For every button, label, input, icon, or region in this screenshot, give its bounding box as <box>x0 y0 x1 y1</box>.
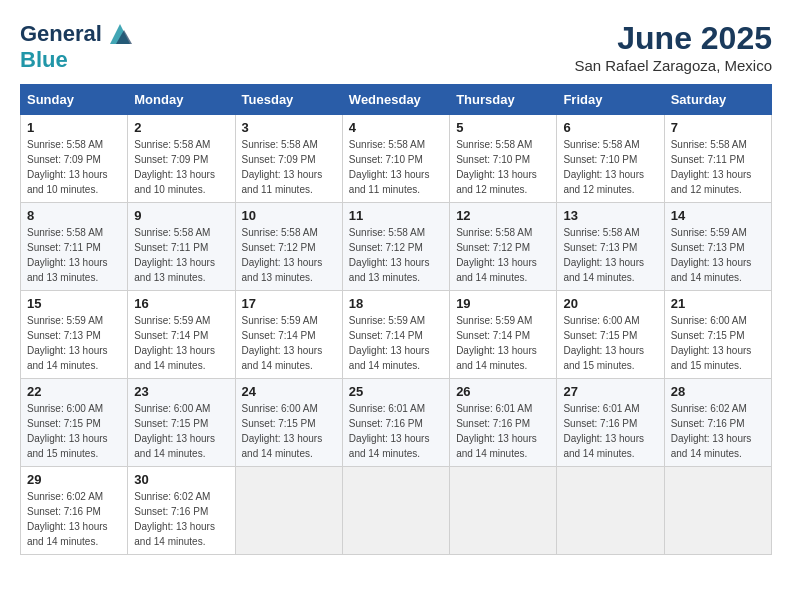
calendar-day-30: 30Sunrise: 6:02 AM Sunset: 7:16 PM Dayli… <box>128 467 235 555</box>
day-number: 30 <box>134 472 228 487</box>
calendar-day-21: 21Sunrise: 6:00 AM Sunset: 7:15 PM Dayli… <box>664 291 771 379</box>
day-info: Sunrise: 6:00 AM Sunset: 7:15 PM Dayligh… <box>242 401 336 461</box>
day-number: 8 <box>27 208 121 223</box>
calendar-day-7: 7Sunrise: 5:58 AM Sunset: 7:11 PM Daylig… <box>664 115 771 203</box>
calendar-day-11: 11Sunrise: 5:58 AM Sunset: 7:12 PM Dayli… <box>342 203 449 291</box>
day-info: Sunrise: 6:02 AM Sunset: 7:16 PM Dayligh… <box>134 489 228 549</box>
day-info: Sunrise: 5:58 AM Sunset: 7:09 PM Dayligh… <box>27 137 121 197</box>
day-info: Sunrise: 6:01 AM Sunset: 7:16 PM Dayligh… <box>349 401 443 461</box>
day-info: Sunrise: 5:58 AM Sunset: 7:12 PM Dayligh… <box>242 225 336 285</box>
day-number: 29 <box>27 472 121 487</box>
day-info: Sunrise: 5:58 AM Sunset: 7:09 PM Dayligh… <box>134 137 228 197</box>
calendar-day-15: 15Sunrise: 5:59 AM Sunset: 7:13 PM Dayli… <box>21 291 128 379</box>
calendar-day-22: 22Sunrise: 6:00 AM Sunset: 7:15 PM Dayli… <box>21 379 128 467</box>
day-number: 1 <box>27 120 121 135</box>
day-number: 21 <box>671 296 765 311</box>
day-header-tuesday: Tuesday <box>235 85 342 115</box>
day-info: Sunrise: 5:59 AM Sunset: 7:13 PM Dayligh… <box>671 225 765 285</box>
calendar-day-29: 29Sunrise: 6:02 AM Sunset: 7:16 PM Dayli… <box>21 467 128 555</box>
day-number: 12 <box>456 208 550 223</box>
calendar-week-row: 1Sunrise: 5:58 AM Sunset: 7:09 PM Daylig… <box>21 115 772 203</box>
logo: General Blue <box>20 20 134 72</box>
day-info: Sunrise: 5:58 AM Sunset: 7:13 PM Dayligh… <box>563 225 657 285</box>
calendar-day-17: 17Sunrise: 5:59 AM Sunset: 7:14 PM Dayli… <box>235 291 342 379</box>
calendar-week-row: 15Sunrise: 5:59 AM Sunset: 7:13 PM Dayli… <box>21 291 772 379</box>
calendar-day-14: 14Sunrise: 5:59 AM Sunset: 7:13 PM Dayli… <box>664 203 771 291</box>
day-info: Sunrise: 6:02 AM Sunset: 7:16 PM Dayligh… <box>671 401 765 461</box>
day-info: Sunrise: 5:59 AM Sunset: 7:14 PM Dayligh… <box>349 313 443 373</box>
day-info: Sunrise: 5:58 AM Sunset: 7:11 PM Dayligh… <box>671 137 765 197</box>
calendar-day-19: 19Sunrise: 5:59 AM Sunset: 7:14 PM Dayli… <box>450 291 557 379</box>
calendar-table: SundayMondayTuesdayWednesdayThursdayFrid… <box>20 84 772 555</box>
day-number: 20 <box>563 296 657 311</box>
day-info: Sunrise: 5:59 AM Sunset: 7:14 PM Dayligh… <box>242 313 336 373</box>
logo-text: General <box>20 22 102 46</box>
day-header-saturday: Saturday <box>664 85 771 115</box>
day-number: 3 <box>242 120 336 135</box>
day-number: 24 <box>242 384 336 399</box>
day-info: Sunrise: 6:00 AM Sunset: 7:15 PM Dayligh… <box>671 313 765 373</box>
day-info: Sunrise: 6:01 AM Sunset: 7:16 PM Dayligh… <box>563 401 657 461</box>
title-area: June 2025 San Rafael Zaragoza, Mexico <box>574 20 772 74</box>
calendar-day-6: 6Sunrise: 5:58 AM Sunset: 7:10 PM Daylig… <box>557 115 664 203</box>
day-info: Sunrise: 5:58 AM Sunset: 7:11 PM Dayligh… <box>134 225 228 285</box>
calendar-day-28: 28Sunrise: 6:02 AM Sunset: 7:16 PM Dayli… <box>664 379 771 467</box>
day-info: Sunrise: 6:00 AM Sunset: 7:15 PM Dayligh… <box>27 401 121 461</box>
day-number: 27 <box>563 384 657 399</box>
day-number: 5 <box>456 120 550 135</box>
calendar-day-16: 16Sunrise: 5:59 AM Sunset: 7:14 PM Dayli… <box>128 291 235 379</box>
empty-cell <box>557 467 664 555</box>
calendar-day-5: 5Sunrise: 5:58 AM Sunset: 7:10 PM Daylig… <box>450 115 557 203</box>
day-info: Sunrise: 5:59 AM Sunset: 7:13 PM Dayligh… <box>27 313 121 373</box>
day-info: Sunrise: 5:58 AM Sunset: 7:11 PM Dayligh… <box>27 225 121 285</box>
month-title: June 2025 <box>574 20 772 57</box>
day-number: 15 <box>27 296 121 311</box>
calendar-week-row: 8Sunrise: 5:58 AM Sunset: 7:11 PM Daylig… <box>21 203 772 291</box>
calendar-day-13: 13Sunrise: 5:58 AM Sunset: 7:13 PM Dayli… <box>557 203 664 291</box>
empty-cell <box>664 467 771 555</box>
day-header-sunday: Sunday <box>21 85 128 115</box>
day-header-monday: Monday <box>128 85 235 115</box>
calendar-day-10: 10Sunrise: 5:58 AM Sunset: 7:12 PM Dayli… <box>235 203 342 291</box>
calendar-day-26: 26Sunrise: 6:01 AM Sunset: 7:16 PM Dayli… <box>450 379 557 467</box>
day-number: 23 <box>134 384 228 399</box>
calendar-day-20: 20Sunrise: 6:00 AM Sunset: 7:15 PM Dayli… <box>557 291 664 379</box>
calendar-day-12: 12Sunrise: 5:58 AM Sunset: 7:12 PM Dayli… <box>450 203 557 291</box>
header: General Blue June 2025 San Rafael Zarago… <box>20 20 772 74</box>
day-number: 4 <box>349 120 443 135</box>
day-number: 22 <box>27 384 121 399</box>
calendar-day-1: 1Sunrise: 5:58 AM Sunset: 7:09 PM Daylig… <box>21 115 128 203</box>
empty-cell <box>235 467 342 555</box>
day-number: 19 <box>456 296 550 311</box>
empty-cell <box>342 467 449 555</box>
calendar-day-27: 27Sunrise: 6:01 AM Sunset: 7:16 PM Dayli… <box>557 379 664 467</box>
calendar-day-4: 4Sunrise: 5:58 AM Sunset: 7:10 PM Daylig… <box>342 115 449 203</box>
day-number: 25 <box>349 384 443 399</box>
day-info: Sunrise: 5:58 AM Sunset: 7:10 PM Dayligh… <box>456 137 550 197</box>
calendar-day-3: 3Sunrise: 5:58 AM Sunset: 7:09 PM Daylig… <box>235 115 342 203</box>
day-info: Sunrise: 5:58 AM Sunset: 7:10 PM Dayligh… <box>563 137 657 197</box>
day-number: 26 <box>456 384 550 399</box>
logo-icon <box>106 20 134 48</box>
location-title: San Rafael Zaragoza, Mexico <box>574 57 772 74</box>
day-number: 28 <box>671 384 765 399</box>
header-row: SundayMondayTuesdayWednesdayThursdayFrid… <box>21 85 772 115</box>
day-number: 6 <box>563 120 657 135</box>
day-info: Sunrise: 5:59 AM Sunset: 7:14 PM Dayligh… <box>134 313 228 373</box>
day-number: 2 <box>134 120 228 135</box>
calendar-day-9: 9Sunrise: 5:58 AM Sunset: 7:11 PM Daylig… <box>128 203 235 291</box>
logo-blue: Blue <box>20 47 68 72</box>
day-number: 11 <box>349 208 443 223</box>
day-number: 10 <box>242 208 336 223</box>
day-number: 13 <box>563 208 657 223</box>
day-info: Sunrise: 5:58 AM Sunset: 7:09 PM Dayligh… <box>242 137 336 197</box>
empty-cell <box>450 467 557 555</box>
calendar-day-24: 24Sunrise: 6:00 AM Sunset: 7:15 PM Dayli… <box>235 379 342 467</box>
day-info: Sunrise: 6:00 AM Sunset: 7:15 PM Dayligh… <box>563 313 657 373</box>
calendar-week-row: 22Sunrise: 6:00 AM Sunset: 7:15 PM Dayli… <box>21 379 772 467</box>
day-info: Sunrise: 6:02 AM Sunset: 7:16 PM Dayligh… <box>27 489 121 549</box>
calendar-week-row: 29Sunrise: 6:02 AM Sunset: 7:16 PM Dayli… <box>21 467 772 555</box>
day-info: Sunrise: 5:58 AM Sunset: 7:10 PM Dayligh… <box>349 137 443 197</box>
day-info: Sunrise: 5:58 AM Sunset: 7:12 PM Dayligh… <box>349 225 443 285</box>
day-info: Sunrise: 5:59 AM Sunset: 7:14 PM Dayligh… <box>456 313 550 373</box>
